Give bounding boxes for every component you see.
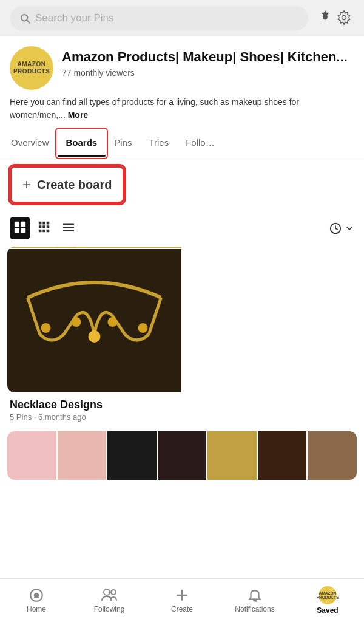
following-icon [101, 587, 118, 603]
board-title: Necklace Designs [10, 398, 354, 411]
tab-following[interactable]: Follo… [177, 130, 223, 157]
search-bar: Search your Pins [0, 0, 364, 36]
svg-line-1 [27, 20, 29, 22]
svg-point-4 [342, 15, 346, 19]
svg-rect-11 [47, 222, 50, 225]
search-placeholder: Search your Pins [35, 12, 113, 24]
gold-chain-svg [22, 247, 167, 248]
svg-rect-6 [21, 222, 25, 227]
nav-following-label: Following [94, 605, 125, 613]
plus-icon: + [22, 176, 31, 193]
nav-notifications[interactable]: Notifications [218, 579, 291, 622]
board-images-necklace [7, 247, 357, 392]
svg-rect-8 [21, 228, 25, 233]
nav-following[interactable]: Following [73, 579, 146, 622]
sort-button[interactable] [329, 222, 354, 235]
gold-fancy-svg [7, 249, 181, 392]
svg-rect-19 [63, 227, 74, 228]
svg-rect-10 [42, 222, 46, 225]
bottom-nav: Home Following Create Notifications AMAZ… [0, 578, 364, 622]
svg-point-59 [89, 330, 101, 343]
svg-point-58 [72, 317, 81, 327]
view-list-button[interactable] [58, 217, 79, 239]
tab-pins[interactable]: Pins [106, 130, 140, 157]
svg-rect-15 [39, 230, 42, 233]
clock-icon [329, 222, 342, 235]
gear-icon [317, 9, 334, 26]
partial-img-2 [58, 431, 107, 480]
large-grid-icon [13, 220, 27, 234]
bio-section: Here you can find all types of products … [0, 90, 364, 130]
profile-section: AMAZON PRODUCTS Amazon Products| Makeup|… [0, 36, 364, 90]
profile-viewers: 77 monthly viewers [62, 68, 354, 78]
svg-point-57 [41, 323, 51, 333]
svg-rect-12 [39, 225, 42, 228]
svg-point-60 [108, 317, 118, 327]
gear-icon-shape [336, 10, 352, 26]
view-large-grid-button[interactable] [10, 217, 30, 239]
nav-saved[interactable]: AMAZONPRODUCTS Saved [291, 579, 364, 622]
partial-img-7 [308, 431, 357, 480]
board-info-necklace: Necklace Designs 5 Pins · 6 months ago [7, 398, 357, 422]
profile-avatar: AMAZON PRODUCTS [10, 46, 53, 90]
nav-tabs: Overview Boards Pins Tries Follo… [0, 130, 364, 157]
view-buttons [10, 217, 79, 239]
svg-point-65 [111, 590, 116, 595]
svg-rect-17 [47, 230, 50, 233]
nav-saved-avatar: AMAZONPRODUCTS [318, 586, 337, 604]
view-small-grid-button[interactable] [34, 217, 55, 239]
settings-button[interactable] [314, 7, 354, 30]
bio-text: Here you can find all types of products … [10, 97, 299, 120]
svg-rect-24 [22, 247, 167, 248]
nav-home[interactable]: Home [0, 579, 73, 622]
partial-img-5 [207, 431, 257, 480]
tab-overview[interactable]: Overview [2, 130, 58, 157]
svg-rect-13 [42, 225, 46, 228]
board-item-necklace[interactable]: Necklace Designs 5 Pins · 6 months ago [7, 247, 357, 422]
board-image-br [7, 249, 181, 392]
svg-rect-9 [39, 222, 42, 225]
create-board-button[interactable]: + Create board [10, 166, 124, 203]
partial-img-6 [258, 431, 307, 480]
svg-rect-14 [47, 225, 50, 228]
partial-img-1 [7, 431, 56, 480]
tab-tries[interactable]: Tries [140, 130, 177, 157]
tab-boards[interactable]: Boards [58, 130, 106, 157]
board-image-main [7, 247, 181, 248]
small-grid-icon [38, 220, 51, 234]
list-icon [62, 220, 75, 234]
board-item-partial[interactable] [7, 431, 357, 480]
profile-name: Amazon Products| Makeup| Shoes| Kitchen.… [62, 49, 354, 66]
boards-grid: Necklace Designs 5 Pins · 6 months ago [0, 247, 364, 480]
chevron-down-icon [345, 224, 354, 233]
notifications-icon [247, 587, 263, 603]
partial-img-3 [107, 431, 157, 480]
svg-point-61 [138, 323, 148, 333]
board-images-partial [7, 431, 357, 480]
create-icon [174, 587, 190, 603]
svg-point-63 [35, 593, 39, 598]
svg-point-3 [323, 15, 328, 19]
nav-home-label: Home [27, 605, 46, 613]
bio-more-link[interactable]: More [68, 110, 88, 120]
svg-rect-16 [42, 230, 46, 233]
search-icon [19, 13, 30, 24]
board-meta: 5 Pins · 6 months ago [10, 412, 354, 422]
svg-rect-5 [15, 222, 19, 227]
search-input-wrapper[interactable]: Search your Pins [10, 6, 308, 30]
view-controls [0, 212, 364, 247]
create-board-label: Create board [37, 178, 112, 192]
nav-create-label: Create [171, 605, 193, 613]
svg-rect-20 [63, 230, 74, 231]
nav-notifications-label: Notifications [235, 605, 274, 613]
nav-saved-label: Saved [317, 606, 338, 615]
svg-rect-18 [63, 224, 74, 225]
svg-point-64 [104, 589, 110, 595]
partial-img-4 [158, 431, 207, 480]
nav-create[interactable]: Create [146, 579, 218, 622]
profile-info: Amazon Products| Makeup| Shoes| Kitchen.… [62, 46, 354, 78]
home-icon [29, 587, 44, 603]
svg-rect-7 [15, 228, 19, 233]
